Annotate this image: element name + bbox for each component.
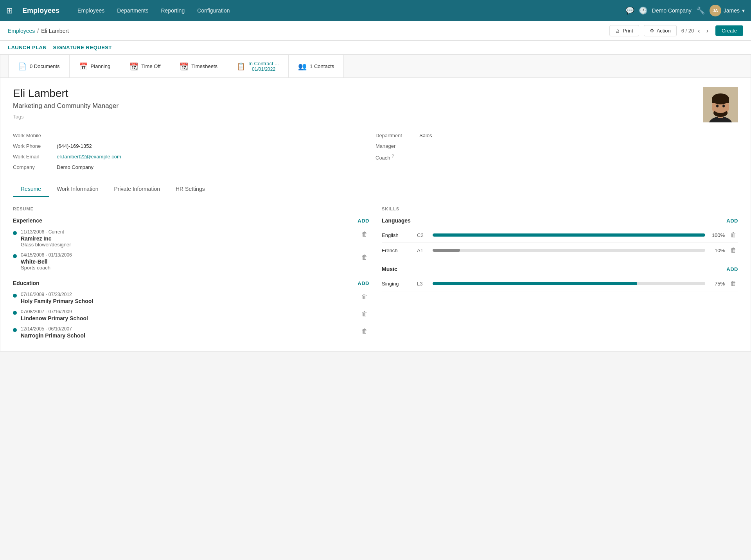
department-label: Department	[376, 133, 415, 138]
contract-smart-btn[interactable]: 📋 In Contract ... 01/01/2022	[227, 55, 289, 77]
skills-section-title: SKILLS	[382, 206, 738, 211]
education-item-0: 07/16/2009 - 07/23/2012 Holy Family Prim…	[13, 290, 369, 306]
timesheets-smart-btn[interactable]: 📆 Timesheets	[170, 55, 227, 77]
company-label: Company	[13, 164, 52, 170]
education-name-0: Holy Family Primary School	[21, 298, 360, 304]
experience-item-0: 11/13/2006 - Current Ramirez Inc Glass b…	[13, 228, 369, 249]
breadcrumb-current: Eli Lambert	[41, 28, 69, 34]
skill-singing-delete[interactable]: 🗑	[729, 278, 738, 289]
nav-next-button[interactable]: ›	[704, 27, 711, 35]
nav-right: 💬 🕐 Demo Company 🔧 JA James ▾	[625, 5, 745, 16]
coach-label: Coach ?	[376, 154, 415, 161]
manager-label: Manager	[376, 143, 415, 149]
contacts-smart-btn[interactable]: 👥 1 Contacts	[289, 55, 344, 77]
experience-date-0: 11/13/2006 - Current	[21, 229, 360, 235]
print-button[interactable]: 🖨 Print	[609, 25, 639, 36]
action-button[interactable]: ⚙ Action	[644, 25, 677, 36]
employee-job-title: Marketing and Community Manager	[13, 102, 119, 110]
skill-english-bar-container	[433, 233, 705, 237]
tags-placeholder[interactable]: Tags	[13, 114, 119, 120]
wrench-icon[interactable]: 🔧	[696, 6, 705, 15]
tab-hr-settings[interactable]: HR Settings	[168, 182, 213, 197]
tab-work-information[interactable]: Work Information	[49, 182, 106, 197]
experience-header: Experience ADD	[13, 217, 369, 224]
education-item-0-content: 07/16/2009 - 07/23/2012 Holy Family Prim…	[21, 292, 360, 304]
skill-singing-level: L3	[417, 281, 429, 287]
user-info[interactable]: JA James ▾	[710, 5, 745, 16]
fields-left: Work Mobile Work Phone (644)-169-1352 Wo…	[13, 130, 376, 172]
employee-header: Eli Lambert Marketing and Community Mana…	[13, 87, 738, 122]
clock-icon[interactable]: 🕐	[639, 6, 647, 15]
tab-resume[interactable]: Resume	[13, 182, 49, 197]
nav-items: Employees Departments Reporting Configur…	[72, 4, 618, 17]
languages-title: Languages	[382, 217, 411, 224]
languages-add-button[interactable]: ADD	[726, 218, 738, 224]
education-date-1: 07/08/2007 - 07/16/2009	[21, 309, 360, 314]
app-grid-icon[interactable]: ⊞	[6, 6, 13, 15]
education-name-1: Lindenow Primary School	[21, 315, 360, 321]
nav-reporting[interactable]: Reporting	[155, 4, 190, 17]
signature-request-button[interactable]: SIGNATURE REQUEST	[53, 43, 112, 52]
planning-label: Planning	[91, 63, 111, 69]
experience-delete-0[interactable]: 🗑	[360, 229, 369, 239]
time-off-smart-btn[interactable]: 📆 Time Off	[120, 55, 170, 77]
contacts-info: 1 Contacts	[310, 63, 334, 69]
education-delete-1[interactable]: 🗑	[360, 309, 369, 319]
nav-departments[interactable]: Departments	[111, 4, 154, 17]
launch-plan-button[interactable]: LAUNCH PLAN	[8, 43, 47, 52]
breadcrumb-actions: 🖨 Print ⚙ Action 6 / 20 ‹ › Create	[609, 25, 743, 36]
user-name: James	[724, 7, 740, 14]
planning-icon: 📅	[79, 62, 88, 71]
contacts-count: 1	[310, 63, 313, 69]
education-dot-2	[13, 328, 17, 332]
nav-configuration[interactable]: Configuration	[192, 4, 235, 17]
employee-photo	[703, 87, 738, 122]
department-value[interactable]: Sales	[419, 133, 432, 138]
skill-french-delete[interactable]: 🗑	[729, 245, 738, 255]
nav-count: 6 / 20	[681, 28, 694, 34]
work-phone-label: Work Phone	[13, 143, 52, 149]
skill-english-bar	[433, 233, 705, 237]
education-title: Education	[13, 280, 40, 286]
smart-buttons: 📄 0 Documents 📅 Planning 📆 Time Off 📆 Ti…	[0, 55, 751, 78]
experience-item-0-left: 11/13/2006 - Current Ramirez Inc Glass b…	[13, 229, 360, 248]
education-delete-0[interactable]: 🗑	[360, 292, 369, 302]
experience-item-1-left: 04/15/2006 - 01/13/2006 White-Bell Sport…	[13, 252, 360, 271]
education-item-2-left: 12/14/2005 - 06/10/2007 Narrogin Primary…	[13, 326, 360, 339]
experience-sub-1: Sports coach	[21, 265, 360, 271]
svg-rect-5	[712, 99, 729, 103]
top-navigation: ⊞ Employees Employees Departments Report…	[0, 0, 751, 21]
experience-date-1: 04/15/2006 - 01/13/2006	[21, 252, 360, 258]
education-item-0-left: 07/16/2009 - 07/23/2012 Holy Family Prim…	[13, 292, 360, 304]
time-off-label: Time Off	[141, 63, 160, 69]
documents-label: Documents	[34, 63, 60, 69]
nav-prev-button[interactable]: ‹	[695, 27, 702, 35]
experience-delete-1[interactable]: 🗑	[360, 252, 369, 262]
chat-icon[interactable]: 💬	[625, 6, 634, 15]
tab-private-information[interactable]: Private Information	[106, 182, 168, 197]
experience-title: Experience	[13, 217, 42, 224]
planning-smart-btn[interactable]: 📅 Planning	[70, 55, 120, 77]
skill-english-delete[interactable]: 🗑	[729, 230, 738, 240]
education-date-2: 12/14/2005 - 06/10/2007	[21, 326, 360, 332]
experience-add-button[interactable]: ADD	[358, 218, 369, 224]
department-field: Department Sales	[376, 130, 738, 141]
work-phone-field: Work Phone (644)-169-1352	[13, 141, 376, 151]
nav-employees[interactable]: Employees	[72, 4, 110, 17]
work-mobile-field: Work Mobile	[13, 130, 376, 141]
breadcrumb: Employees / Eli Lambert	[8, 28, 69, 34]
user-dropdown-icon: ▾	[742, 7, 745, 14]
company-value[interactable]: Demo Company	[57, 164, 93, 170]
music-add-button[interactable]: ADD	[726, 266, 738, 272]
education-add-button[interactable]: ADD	[358, 280, 369, 286]
work-email-value[interactable]: eli.lambert22@example.com	[57, 154, 121, 160]
skill-french-name: French	[382, 248, 413, 253]
breadcrumb-parent-link[interactable]: Employees	[8, 28, 35, 34]
documents-smart-btn[interactable]: 📄 0 Documents	[8, 55, 70, 77]
education-dot-0	[13, 294, 17, 298]
work-phone-value[interactable]: (644)-169-1352	[57, 143, 92, 149]
experience-dot-0	[13, 231, 17, 235]
coach-tooltip-icon[interactable]: ?	[392, 154, 394, 158]
education-delete-2[interactable]: 🗑	[360, 326, 369, 336]
create-button[interactable]: Create	[715, 25, 743, 36]
